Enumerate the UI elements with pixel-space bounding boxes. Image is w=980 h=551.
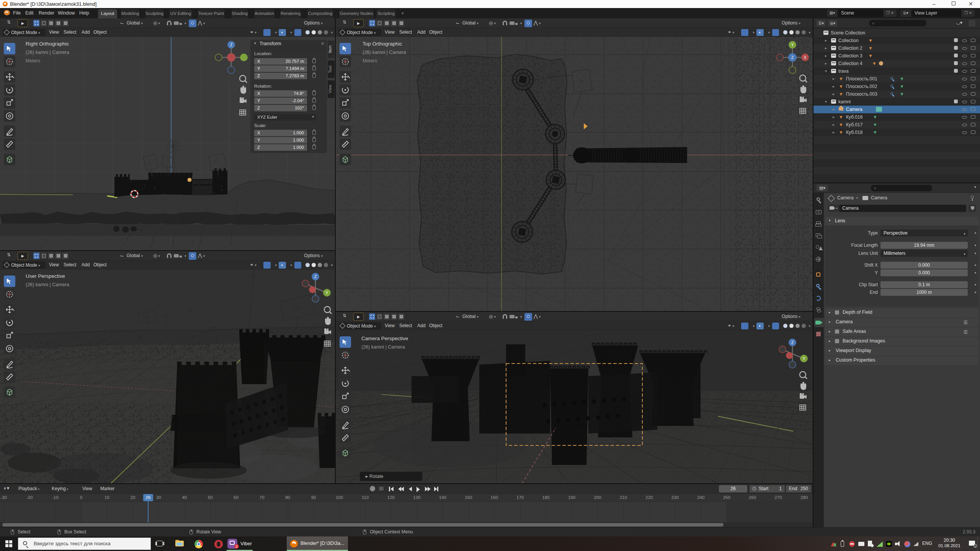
svg-text:(26) kamni | Camera: (26) kamni | Camera xyxy=(26,282,69,287)
svg-text:Y: Y xyxy=(791,43,794,47)
svg-text:Y: Y xyxy=(326,291,328,295)
svg-text:Z: Z xyxy=(791,341,794,345)
svg-text:(26) kamni | Camera: (26) kamni | Camera xyxy=(26,50,69,55)
svg-text:Z: Z xyxy=(230,43,232,47)
svg-text:User Perspective: User Perspective xyxy=(26,273,65,279)
svg-text:Top Orthographic: Top Orthographic xyxy=(363,41,402,47)
svg-text:Right Orthographic: Right Orthographic xyxy=(26,41,69,47)
svg-text:Y: Y xyxy=(803,357,805,361)
svg-text:(26) kamni | Camera: (26) kamni | Camera xyxy=(363,50,406,55)
svg-text:Z: Z xyxy=(314,275,317,279)
svg-text:▸ Rotate: ▸ Rotate xyxy=(366,474,384,479)
svg-text:(26) kamni | Camera: (26) kamni | Camera xyxy=(361,344,405,350)
svg-text:Meters: Meters xyxy=(363,58,377,64)
svg-text:X: X xyxy=(804,55,807,60)
svg-text:Z: Z xyxy=(791,55,794,60)
svg-text:Meters: Meters xyxy=(26,58,40,64)
svg-text:Camera Perspective: Camera Perspective xyxy=(361,336,408,341)
